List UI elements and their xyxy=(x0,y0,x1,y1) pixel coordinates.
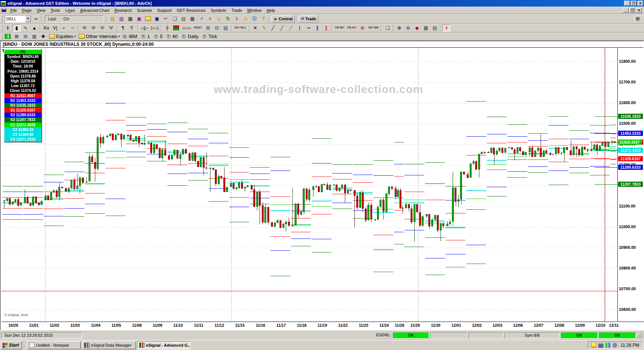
fib-time-icon[interactable]: FIB TIME xyxy=(367,24,380,32)
chart-plot-area[interactable]: www.trading-software-collection.com T © … xyxy=(1,48,617,321)
fib-retracement-icon[interactable]: FIB RET xyxy=(334,24,345,32)
stream-window-icon[interactable]: ⌗ xyxy=(206,15,214,23)
compress-bars-icon[interactable]: ▷◁ xyxy=(150,24,160,32)
export-chart-icon[interactable]: ▤ xyxy=(222,24,230,32)
esignal-icon[interactable]: Ⓢ xyxy=(250,15,258,23)
interval-button-daily[interactable]: ⓉDaily xyxy=(181,33,201,40)
bar-style-icon[interactable]: ‖ xyxy=(4,24,12,32)
copy-page-icon[interactable]: ⊞ xyxy=(21,33,30,40)
mdi-restore-button[interactable]: ❐ xyxy=(629,8,635,13)
paste-icon[interactable]: ▨ xyxy=(179,15,188,23)
start-button[interactable]: Start xyxy=(1,341,22,349)
area-style-icon[interactable]: ▲ xyxy=(30,24,38,32)
fib-circle-icon[interactable]: ⊕ xyxy=(358,24,366,32)
menu-research[interactable]: Research xyxy=(112,7,134,13)
eraser-icon[interactable]: ◆ xyxy=(413,24,421,32)
new-page-icon[interactable]: ⊞ xyxy=(13,33,21,40)
parallel-lines-icon[interactable]: ∥ xyxy=(313,24,321,32)
menu-lines[interactable]: Lines xyxy=(63,7,78,13)
step-chart2-icon[interactable]: ⌐ xyxy=(69,24,77,32)
chart-window-icon[interactable] xyxy=(1,8,6,12)
parallel-lines2-icon[interactable]: ∥ xyxy=(322,24,330,32)
notes-tool-icon[interactable]: ▤ xyxy=(431,24,439,32)
restore-button[interactable]: ❐ xyxy=(631,1,637,6)
page-edit-icon[interactable]: ▤ xyxy=(109,15,117,23)
copy-tool-icon[interactable]: ❑ xyxy=(383,24,391,32)
reset-icon[interactable]: RESET xyxy=(193,24,203,32)
pnf-style-icon[interactable]: Xo xyxy=(42,24,50,32)
trendline2-icon[interactable]: ╱ xyxy=(278,24,286,32)
task-button-untitled-notepad[interactable]: Untitled - Notepad xyxy=(27,341,81,349)
download-list-icon[interactable]: ⇓ xyxy=(233,15,241,23)
link-symbol-icon[interactable]: ∞ xyxy=(32,15,40,23)
save-icon[interactable]: ▣ xyxy=(153,15,161,23)
equities-dropdown[interactable]: Equities ▾ xyxy=(48,33,77,40)
date-axis[interactable]: 10/2911/0111/0211/0311/0411/0511/0811/09… xyxy=(1,322,644,330)
other-intervals-dropdown[interactable]: Other Intervals ▾ xyxy=(78,33,121,40)
task-button-esignal-data-manager[interactable]: eSignal Data Manager xyxy=(82,341,136,349)
price-axis[interactable]: 11800.0011700.0011600.0011500.0011100.00… xyxy=(617,48,643,321)
mdi-minimize-button[interactable]: _ xyxy=(623,8,628,13)
vertical-line-icon[interactable]: ∣ xyxy=(295,24,304,32)
minimize-button[interactable]: _ xyxy=(624,1,630,6)
elliott-wave-icon[interactable]: Ψ xyxy=(80,24,89,32)
line-style-icon[interactable]: ∿ xyxy=(21,24,30,32)
hot-list-icon[interactable]: ♨ xyxy=(215,15,223,23)
camera-icon[interactable] xyxy=(598,343,603,348)
folder-open-icon[interactable] xyxy=(144,15,152,23)
menu-advanced-chart[interactable]: Advanced Chart xyxy=(78,7,112,13)
chevron-down-icon[interactable]: ▼ xyxy=(25,16,31,22)
elliott-wave2-icon[interactable]: Ψ xyxy=(89,24,97,32)
menu-view[interactable]: View xyxy=(34,7,48,13)
resize-grip[interactable] xyxy=(637,332,643,338)
trendline3-icon[interactable]: ╱ xyxy=(287,24,295,32)
copy-icon[interactable]: ❑ xyxy=(171,15,179,23)
chart-go-icon[interactable]: ↗ xyxy=(197,15,205,23)
delete-tool-icon[interactable]: ✕ xyxy=(251,24,259,32)
symbol-shortcut-ibm[interactable]: Ⓢ IBM xyxy=(122,33,140,40)
symbol-combobox[interactable]: DELL ▼ xyxy=(5,15,31,23)
grid-tool-icon[interactable]: ▦ xyxy=(422,24,430,32)
pitchfork2-icon[interactable]: ¶ xyxy=(128,24,136,32)
pencil-icon[interactable]: ✎ xyxy=(260,24,268,32)
menu-help[interactable]: Help xyxy=(264,7,278,13)
expand-bars-icon[interactable]: ◁▷ xyxy=(140,24,149,32)
zoom-out-icon[interactable]: ⊖ xyxy=(404,24,412,32)
volume-icon[interactable] xyxy=(612,343,617,348)
elliott-wave3-icon[interactable]: Ψ xyxy=(98,24,106,32)
security-shield-icon[interactable] xyxy=(591,343,596,348)
buy-sell-icon[interactable]: BUY SELL xyxy=(233,24,247,32)
interval-button-60[interactable]: Ⓣ60 xyxy=(165,33,180,40)
pitchfork-icon[interactable]: ¶ xyxy=(119,24,127,32)
toolbar-grip[interactable] xyxy=(1,15,2,23)
menu-page[interactable]: Page xyxy=(20,7,34,13)
task-button-esignal-advanced-g[interactable]: eSignal - Advanced G... xyxy=(137,341,191,349)
horizontal-segment-icon[interactable]: ╼ xyxy=(304,24,312,32)
mdi-close-button[interactable]: ✕ xyxy=(636,8,642,13)
cut-icon[interactable]: ✂ xyxy=(162,15,170,23)
menu-tools[interactable]: Tools xyxy=(48,7,63,13)
central-button[interactable]: ☻ Central xyxy=(271,15,295,23)
print-icon[interactable]: ▦ xyxy=(188,15,196,23)
ticker-icon[interactable]: ▭▭ xyxy=(181,24,192,32)
u-tool-icon[interactable]: ‖ xyxy=(442,24,451,32)
menu-file[interactable]: File xyxy=(8,7,20,13)
trade-button[interactable]: ⇄ Trade xyxy=(298,15,318,23)
interval-button-1[interactable]: Ⓣ1 xyxy=(140,33,152,40)
volume-style-icon[interactable]: V| xyxy=(51,24,59,32)
up-down-arrows-icon[interactable]: ⇅ xyxy=(224,15,232,23)
fib-extension-icon[interactable]: FIB EXT xyxy=(346,24,358,32)
zoom-in-icon[interactable]: ⊕ xyxy=(395,24,403,32)
step-chart-icon[interactable]: ⌐ xyxy=(60,24,68,32)
candle-colors-icon[interactable] xyxy=(4,33,12,40)
add-symbol-icon[interactable]: ✚ xyxy=(39,33,47,40)
crosshair-icon[interactable]: ┼ xyxy=(163,24,171,32)
trendline-icon[interactable]: ╱ xyxy=(269,24,277,32)
menu-get-resources[interactable]: GET Resources xyxy=(174,7,208,13)
menu-scanner[interactable]: Scanner xyxy=(134,7,155,13)
layout-grid-icon[interactable]: ⊞ xyxy=(634,15,642,23)
chart-note-icon[interactable]: ▦ xyxy=(30,33,38,40)
toolbar-grip[interactable] xyxy=(1,24,2,31)
colorbar-icon[interactable] xyxy=(172,24,180,32)
alert-bell-icon[interactable]: Δ xyxy=(242,15,250,23)
